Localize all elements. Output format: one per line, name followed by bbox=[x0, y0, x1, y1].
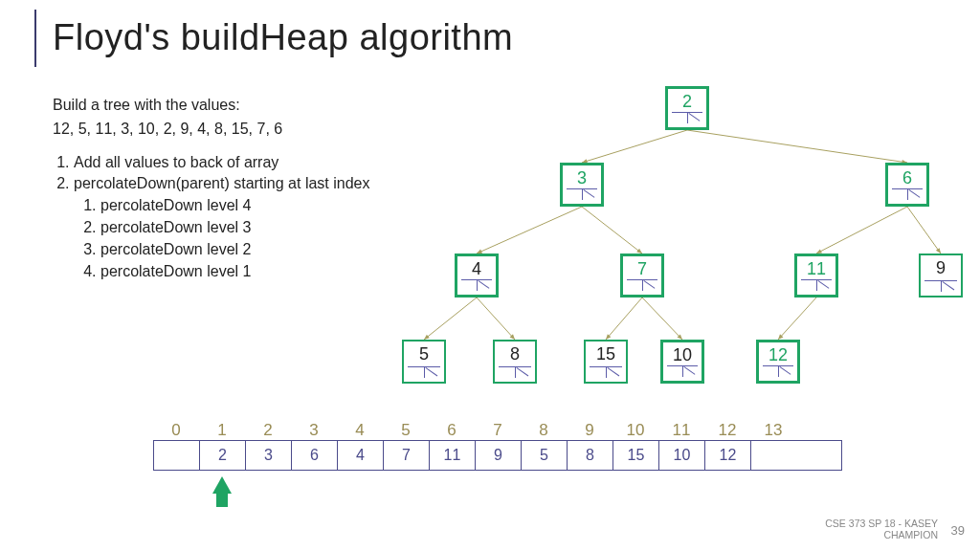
array-cell: 15 bbox=[613, 441, 659, 470]
tree-node-value: 4 bbox=[457, 259, 496, 279]
array-cell: 11 bbox=[430, 441, 476, 470]
tree-node: 6 bbox=[885, 163, 929, 207]
svg-line-16 bbox=[606, 298, 642, 340]
array-cell: 4 bbox=[338, 441, 384, 470]
tree-node: 8 bbox=[493, 340, 537, 384]
tree-node-value: 5 bbox=[404, 344, 444, 364]
array-cell bbox=[751, 441, 797, 470]
tree-node: 2 bbox=[665, 86, 709, 130]
array-cell: 12 bbox=[705, 441, 751, 470]
tree-node: 9 bbox=[919, 253, 963, 298]
tree-node-value: 10 bbox=[663, 345, 702, 365]
step-2-label: percolateDown(parent) starting at last i… bbox=[74, 175, 370, 191]
array-index: 12 bbox=[704, 421, 750, 440]
array-cell: 7 bbox=[384, 441, 430, 470]
array-cell: 3 bbox=[246, 441, 292, 470]
course-label: CSE 373 SP 18 - KASEY CHAMPION bbox=[798, 518, 938, 541]
array-cell: 2 bbox=[200, 441, 246, 470]
svg-line-2 bbox=[687, 130, 907, 163]
tree-node-value: 3 bbox=[563, 168, 601, 188]
tree-node-value: 2 bbox=[668, 92, 706, 112]
array-index: 3 bbox=[291, 421, 337, 440]
tree-node: 11 bbox=[794, 253, 838, 298]
tree-node: 5 bbox=[402, 340, 446, 384]
instruction-1: Build a tree with the values: bbox=[53, 96, 416, 116]
substeps-list: percolateDown level 4 percolateDown leve… bbox=[74, 196, 416, 281]
substep-3: percolateDown level 2 bbox=[100, 240, 416, 260]
page-number: 39 bbox=[951, 523, 965, 538]
step-1: Add all values to back of array bbox=[74, 153, 416, 173]
array-index: 6 bbox=[429, 421, 475, 440]
array-index: 7 bbox=[475, 421, 521, 440]
page-title: Floyd's buildHeap algorithm bbox=[53, 17, 513, 58]
tree-diagram: 2364711958151012 bbox=[383, 86, 976, 402]
substep-1: percolateDown level 4 bbox=[100, 196, 416, 216]
svg-line-8 bbox=[816, 207, 907, 253]
array-index: 10 bbox=[612, 421, 658, 440]
svg-line-12 bbox=[424, 298, 477, 340]
array-cells: 2364711958151012 bbox=[153, 440, 842, 471]
array-cell: 10 bbox=[659, 441, 705, 470]
svg-line-4 bbox=[477, 207, 582, 253]
tree-node: 4 bbox=[455, 253, 499, 298]
array-indices: 012345678910111213 bbox=[153, 421, 842, 440]
instruction-2: 12, 5, 11, 3, 10, 2, 9, 4, 8, 15, 7, 6 bbox=[53, 120, 416, 140]
tree-node-value: 7 bbox=[623, 259, 661, 279]
array-index: 5 bbox=[383, 421, 429, 440]
svg-line-18 bbox=[642, 298, 682, 340]
step-2: percolateDown(parent) starting at last i… bbox=[74, 174, 416, 281]
tree-node: 7 bbox=[620, 253, 664, 298]
accent-bar bbox=[34, 10, 36, 67]
body-text: Build a tree with the values: 12, 5, 11,… bbox=[53, 96, 416, 283]
array-index: 0 bbox=[153, 421, 199, 440]
svg-line-0 bbox=[582, 130, 687, 163]
array-cell: 5 bbox=[522, 441, 568, 470]
array-cell: 8 bbox=[568, 441, 613, 470]
tree-node-value: 11 bbox=[797, 259, 835, 279]
steps-list: Add all values to back of array percolat… bbox=[53, 153, 416, 282]
tree-node: 15 bbox=[584, 340, 628, 384]
tree-node-value: 6 bbox=[888, 168, 926, 188]
substep-2: percolateDown level 3 bbox=[100, 218, 416, 238]
svg-line-6 bbox=[582, 207, 642, 253]
tree-node: 3 bbox=[560, 163, 604, 207]
array-cell: 6 bbox=[292, 441, 338, 470]
array-cell: 9 bbox=[476, 441, 522, 470]
array-index: 13 bbox=[750, 421, 796, 440]
tree-node-value: 15 bbox=[586, 344, 626, 364]
array-index: 2 bbox=[245, 421, 291, 440]
footer: CSE 373 SP 18 - KASEY CHAMPION 39 bbox=[798, 513, 970, 545]
substep-4: percolateDown level 1 bbox=[100, 262, 416, 282]
array-cell bbox=[154, 441, 200, 470]
array-index: 8 bbox=[521, 421, 567, 440]
array-index: 1 bbox=[199, 421, 245, 440]
svg-line-10 bbox=[907, 207, 941, 253]
arrow-stem-icon bbox=[216, 492, 228, 507]
array-index: 11 bbox=[658, 421, 704, 440]
svg-line-20 bbox=[778, 298, 816, 340]
array-index: 4 bbox=[337, 421, 383, 440]
tree-node: 12 bbox=[756, 340, 800, 384]
tree-node-value: 9 bbox=[921, 258, 961, 278]
array-area: 012345678910111213 2364711958151012 bbox=[153, 421, 842, 471]
tree-node-value: 12 bbox=[759, 345, 797, 365]
svg-line-14 bbox=[477, 298, 515, 340]
tree-node: 10 bbox=[660, 340, 704, 384]
array-index: 9 bbox=[567, 421, 612, 440]
tree-node-value: 8 bbox=[495, 344, 535, 364]
